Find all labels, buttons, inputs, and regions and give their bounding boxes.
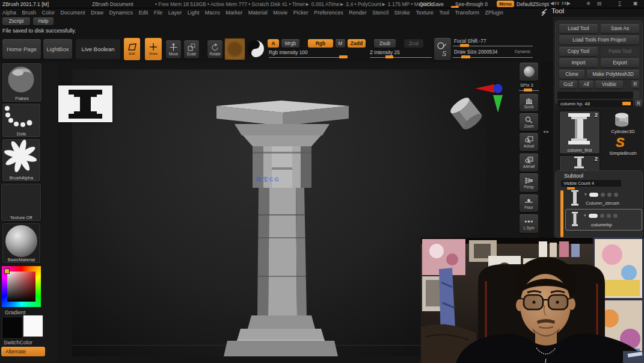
document-pages-icon[interactable]: ▤ bbox=[597, 1, 602, 6]
see-through-slider[interactable]: See-through 0 bbox=[455, 1, 488, 7]
menu-document[interactable]: Document bbox=[61, 10, 85, 16]
see-through-handle[interactable] bbox=[451, 6, 459, 8]
menu-stroke[interactable]: Stroke bbox=[394, 10, 410, 16]
alpha-thumbnail[interactable]: BrushAlpha bbox=[2, 138, 41, 182]
menu-light[interactable]: Light bbox=[188, 10, 200, 16]
slider-r-button[interactable]: R bbox=[635, 100, 642, 107]
visible-button[interactable]: Visible bbox=[595, 81, 623, 88]
sigma-icon[interactable]: ∑ bbox=[618, 1, 622, 6]
simplebrush-label[interactable]: SimpleBrush bbox=[605, 150, 641, 156]
texture-thumbnail[interactable]: Texture Off bbox=[1, 183, 41, 222]
scale-button[interactable]: Scale bbox=[184, 40, 199, 58]
draw-size-handle[interactable] bbox=[461, 55, 470, 58]
menu-movie[interactable]: Movie bbox=[273, 10, 287, 16]
rgb-intensity-label[interactable]: Rgb Intensity 100 bbox=[269, 49, 308, 55]
menu-zscript[interactable]: Zscript bbox=[2, 17, 30, 25]
menu-material[interactable]: Material bbox=[248, 10, 268, 16]
default-zscript-button[interactable]: DefaultZScript bbox=[517, 1, 549, 7]
aahalf-button[interactable]: AAHalf bbox=[520, 154, 538, 172]
copy-tool-button[interactable]: Copy Tool bbox=[559, 47, 598, 56]
draw-button[interactable]: Draw bbox=[145, 38, 162, 60]
simplebrush-glyph[interactable]: S bbox=[616, 135, 625, 150]
live-boolean-button[interactable]: Live Boolean bbox=[76, 39, 120, 59]
stroke-thumbnail[interactable]: Dots bbox=[2, 103, 41, 138]
subtool2-eye-icon[interactable]: ▾ bbox=[584, 213, 586, 218]
all-button[interactable]: All bbox=[579, 81, 593, 88]
menu-texture[interactable]: Texture bbox=[416, 10, 434, 16]
menu-marker[interactable]: Marker bbox=[225, 10, 242, 16]
m-button[interactable]: M bbox=[336, 39, 345, 48]
menu-color[interactable]: Color bbox=[42, 10, 55, 16]
dynamic-toggle[interactable]: Dynamic bbox=[515, 49, 530, 54]
actual-size-button[interactable]: Actual bbox=[520, 133, 538, 151]
a-button[interactable]: A bbox=[268, 39, 279, 48]
zadd-button[interactable]: Zadd bbox=[348, 39, 366, 48]
z-intensity-label[interactable]: Z Intensity 25 bbox=[370, 49, 400, 55]
clone-button[interactable]: Clone bbox=[559, 70, 584, 79]
z-intensity-handle[interactable] bbox=[385, 55, 393, 58]
menu-render[interactable]: Render bbox=[349, 10, 367, 16]
menu-transform[interactable]: Transform bbox=[455, 10, 479, 16]
menu-picker[interactable]: Picker bbox=[293, 10, 308, 16]
timeline-icons[interactable]: ◀‖‖ ‖‖▶ bbox=[550, 1, 571, 6]
subtool-item-1[interactable]: ▾ Column_zbrush bbox=[565, 189, 641, 208]
quicksave-button[interactable]: QuickSave bbox=[419, 1, 444, 7]
secondary-color-swatch[interactable] bbox=[23, 315, 43, 337]
projection-icon[interactable]: ⊕ bbox=[586, 1, 590, 6]
menu-layer[interactable]: Layer bbox=[168, 10, 182, 16]
rgb-button[interactable]: Rgb bbox=[308, 39, 333, 48]
subtool-item-2[interactable]: ▾ columnhp bbox=[565, 209, 642, 231]
rgb-intensity-handle[interactable] bbox=[339, 55, 348, 58]
menu-macro[interactable]: Macro bbox=[205, 10, 220, 16]
material-thumbnail[interactable]: BasicMaterial bbox=[2, 223, 41, 264]
focal-shift-label[interactable]: Focal Shift -77 bbox=[454, 38, 486, 44]
export-button[interactable]: Export bbox=[601, 58, 639, 67]
lazy-mouse-stroke-button[interactable]: S bbox=[434, 38, 451, 60]
local-symmetry-button[interactable]: L.Sym bbox=[520, 214, 538, 233]
menu-dynamics[interactable]: Dynamics bbox=[109, 10, 133, 16]
main-color-swatch[interactable] bbox=[2, 317, 23, 339]
lightbox-button[interactable]: LightBox bbox=[43, 39, 72, 59]
zoom-button[interactable]: Zoom bbox=[520, 113, 538, 131]
load-tool-button[interactable]: Load Tool bbox=[559, 24, 598, 33]
subtool2-visibility-toggle[interactable] bbox=[589, 214, 598, 218]
rgb-intensity-track[interactable] bbox=[269, 57, 348, 58]
focal-shift-handle[interactable] bbox=[460, 44, 469, 47]
zsub-button[interactable]: Zsub bbox=[374, 39, 396, 48]
saturation-square[interactable] bbox=[7, 271, 35, 302]
grid-icon[interactable]: ▣ bbox=[633, 1, 638, 6]
subtool1-material-icon[interactable] bbox=[614, 193, 618, 197]
z-intensity-track[interactable] bbox=[370, 57, 432, 58]
spix-handle[interactable] bbox=[524, 88, 532, 92]
bpr-render-button[interactable] bbox=[520, 63, 538, 81]
collapse-right-icon[interactable]: ▸ bbox=[547, 129, 549, 134]
edit-button[interactable]: Edit bbox=[124, 38, 140, 60]
subtool1-polypaint-icon[interactable] bbox=[601, 193, 605, 197]
subtool1-visibility-toggle[interactable] bbox=[589, 193, 598, 197]
import-button[interactable]: Import bbox=[559, 58, 598, 67]
menu-alpha[interactable]: Alpha bbox=[2, 10, 16, 16]
goz-button[interactable]: GoZ bbox=[559, 81, 577, 88]
menu-draw[interactable]: Draw bbox=[91, 10, 103, 16]
menu-toggle-button[interactable]: Menu bbox=[497, 1, 514, 7]
tool-resolution-slider[interactable] bbox=[557, 92, 633, 99]
alternate-button[interactable]: Alternate bbox=[1, 347, 45, 356]
collapse-left-icon[interactable]: ◂ bbox=[543, 129, 545, 134]
visible-count-slider[interactable]: Visible Count 4 bbox=[561, 180, 621, 187]
subtool-title[interactable]: Subtool bbox=[564, 172, 583, 179]
current-alpha-swatch[interactable] bbox=[224, 38, 245, 60]
menu-zplugin[interactable]: ZPlugin bbox=[485, 10, 504, 16]
subtool-scrollbar[interactable] bbox=[560, 190, 563, 237]
menu-edit[interactable]: Edit bbox=[139, 10, 149, 16]
persp-button[interactable]: Persp bbox=[520, 173, 538, 192]
move-button[interactable]: Move bbox=[166, 40, 181, 58]
menu-file[interactable]: File bbox=[154, 10, 163, 16]
menu-preferences[interactable]: Preferences bbox=[314, 10, 343, 16]
menu-stencil[interactable]: Stencil bbox=[372, 10, 388, 16]
floor-button[interactable]: Floor bbox=[520, 194, 538, 212]
subtool2-material-icon[interactable] bbox=[613, 214, 618, 218]
menu-help[interactable]: Help bbox=[33, 17, 54, 25]
menu-brush[interactable]: Brush bbox=[22, 10, 37, 16]
draw-size-label[interactable]: Draw Size 2000534 bbox=[454, 49, 497, 55]
current-brush-thumbnail[interactable]: Flakes bbox=[2, 63, 42, 102]
